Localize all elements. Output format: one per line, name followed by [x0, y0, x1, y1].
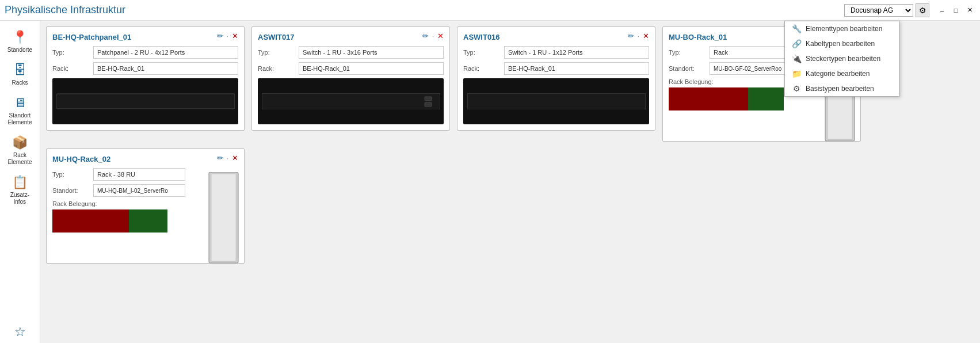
rack-elemente-icon: 📦 [12, 135, 28, 150]
card5-bar-free [129, 209, 167, 233]
dropdown-label-kabeltypen: Kabeltypen bearbeiten [806, 40, 875, 48]
card2-typ-label: Typ: [258, 49, 295, 56]
sidebar-item-zusatzinfos[interactable]: 📋 Zusatz- infos [0, 172, 40, 209]
sidebar-label-standorte: Standorte [7, 47, 32, 54]
card5-standort-label: Standort: [52, 187, 90, 194]
standort-elemente-icon: 🖥 [14, 96, 26, 110]
card5-typ-label: Typ: [52, 171, 90, 178]
sidebar-item-favorites[interactable]: ☆ [0, 321, 40, 343]
card1-close-button[interactable]: ✕ [231, 32, 239, 40]
card5-edit-button[interactable]: ✏ [216, 154, 224, 162]
card5-actions: ✏ · ✕ [216, 154, 239, 162]
card1-actions: ✏ · ✕ [216, 32, 239, 40]
sidebar-label-zusatzinfos: Zusatz- infos [10, 192, 29, 205]
card5-close-button[interactable]: ✕ [231, 154, 239, 162]
card2-device-image: const g = document.currentScript.parentE… [258, 78, 444, 124]
title-bar: Physikalische Infrastruktur Docusnap AG … [0, 0, 980, 21]
basistypen-icon: ⚙ [792, 84, 801, 93]
svg-rect-0 [56, 94, 235, 109]
svg-rect-9 [425, 102, 432, 106]
kategorie-icon: 📁 [792, 69, 801, 78]
card1-device-image: for(let i=0;i<24;i++){ document.currentS… [52, 78, 238, 124]
dropdown-label-basistypen: Basistypen bearbeiten [806, 85, 874, 93]
card3-edit-button[interactable]: ✏ [627, 32, 635, 40]
svg-rect-8 [425, 97, 432, 101]
card1-separator: · [227, 32, 228, 40]
card3-typ-label: Typ: [463, 49, 501, 56]
dropdown-item-kabeltypen[interactable]: 🔗 Kabeltypen bearbeiten [785, 36, 899, 51]
svg-rect-3 [262, 93, 440, 109]
sidebar-label-rack-elemente: Rack Elemente [7, 152, 32, 166]
maximize-button[interactable]: □ [950, 5, 962, 16]
dropdown-item-kategorie[interactable]: 📁 Kategorie bearbeiten [785, 66, 899, 81]
steckertypen-icon: 🔌 [792, 54, 801, 63]
sidebar-item-racks[interactable]: 🗄 Racks [0, 59, 40, 90]
favorites-icon: ☆ [14, 325, 26, 340]
card1-typ-value: Patchpanel - 2 RU - 4x12 Ports [93, 46, 238, 59]
card-patchpanel-01: BE-HQ-Patchpanel_01 ✏ · ✕ Typ: Patchpane… [46, 26, 245, 131]
card3-separator: · [638, 32, 639, 40]
card4-bar-used [669, 87, 748, 110]
card5-rack-visual: const sv5 = document.currentScript.paren… [208, 172, 239, 266]
standorte-icon: 📍 [12, 30, 28, 45]
card2-separator: · [432, 32, 434, 40]
title-bar-right: Docusnap AG ⚙ – □ ✕ [844, 3, 975, 17]
dropdown-item-steckertypen[interactable]: 🔌 Steckertypen bearbeiten [785, 51, 899, 66]
card4-bar-free [748, 87, 784, 110]
card1-rack-label: Rack: [52, 65, 90, 72]
sidebar: 📍 Standorte 🗄 Racks 🖥 Standort Elemente … [0, 21, 40, 343]
dropdown-item-elementtypen[interactable]: 🔧 Elementtypen bearbeiten [785, 21, 899, 36]
card3-device-image: const g2 = document.currentScript.parent… [463, 78, 649, 124]
card2-rack-label: Rack: [258, 65, 295, 72]
switch-aswit017-svg: const g = document.currentScript.parentE… [262, 93, 440, 109]
card5-standort-value: MU-HQ-BM_I-02_ServerRo [93, 184, 185, 197]
title-bar-left: Physikalische Infrastruktur [5, 4, 125, 16]
dropdown-label-steckertypen: Steckertypen bearbeiten [806, 55, 880, 63]
card5-title: MU-HQ-Rack_02 [52, 155, 238, 163]
card5-separator: · [227, 154, 228, 162]
card1-edit-button[interactable]: ✏ [216, 32, 224, 40]
patchpanel-svg: for(let i=0;i<24;i++){ document.currentS… [56, 93, 235, 110]
card-aswit016: ASWIT016 ✏ · ✕ Typ: Switch - 1 RU - 1x12… [457, 26, 655, 131]
card-mu-hq-rack: MU-HQ-Rack_02 ✏ · ✕ Typ: Rack - 38 RU St… [46, 148, 245, 264]
card3-actions: ✏ · ✕ [627, 32, 650, 40]
card3-title: ASWIT016 [463, 33, 649, 41]
gear-button[interactable]: ⚙ [916, 3, 929, 17]
card3-rack-label: Rack: [463, 65, 501, 72]
card2-actions: ✏ · ✕ [421, 32, 445, 40]
switch-aswit016-svg: const g2 = document.currentScript.parent… [467, 93, 646, 109]
card2-close-button[interactable]: ✕ [436, 32, 445, 40]
sidebar-item-rack-elemente[interactable]: 📦 Rack Elemente [0, 132, 40, 169]
card1-title: BE-HQ-Patchpanel_01 [52, 33, 238, 41]
card2-edit-button[interactable]: ✏ [421, 32, 430, 40]
svg-rect-20 [211, 174, 236, 261]
sidebar-label-standort-elemente: Standort Elemente [7, 112, 32, 126]
rack5-visual-svg: const sv5 = document.currentScript.paren… [208, 172, 239, 264]
card3-close-button[interactable]: ✕ [642, 32, 650, 40]
dropdown-item-basistypen[interactable]: ⚙ Basistypen bearbeiten [785, 81, 899, 96]
card-aswit017: ASWIT017 ✏ · ✕ Typ: Switch - 1 RU - 3x16… [251, 26, 450, 131]
card5-bar-used [52, 209, 129, 233]
card3-rack-value: BE-HQ-Rack_01 [504, 62, 649, 75]
minimize-button[interactable]: – [936, 5, 948, 16]
sidebar-item-standorte[interactable]: 📍 Standorte [0, 26, 40, 57]
dropdown-label-kategorie: Kategorie bearbeiten [806, 70, 870, 78]
close-window-button[interactable]: ✕ [964, 5, 975, 16]
dropdown-label-elementtypen: Elementtypen bearbeiten [806, 25, 882, 33]
sidebar-label-racks: Racks [12, 79, 28, 86]
card2-typ-row: Typ: Switch - 1 RU - 3x16 Ports [258, 46, 444, 59]
elementtypen-icon: 🔧 [792, 24, 801, 33]
zusatzinfos-icon: 📋 [12, 175, 28, 190]
company-select[interactable]: Docusnap AG [844, 4, 913, 17]
svg-rect-10 [467, 93, 646, 109]
card3-rack-row: Rack: BE-HQ-Rack_01 [463, 62, 649, 75]
kabeltypen-icon: 🔗 [792, 39, 801, 48]
card2-title: ASWIT017 [258, 33, 444, 41]
app-title: Physikalische Infrastruktur [5, 4, 125, 16]
sidebar-item-standort-elemente[interactable]: 🖥 Standort Elemente [0, 92, 40, 129]
card1-typ-row: Typ: Patchpanel - 2 RU - 4x12 Ports [52, 46, 238, 59]
card2-rack-row: Rack: BE-HQ-Rack_01 [258, 62, 444, 75]
card2-typ-value: Switch - 1 RU - 3x16 Ports [299, 46, 444, 59]
card3-typ-row: Typ: Switch - 1 RU - 1x12 Ports [463, 46, 649, 59]
card1-typ-label: Typ: [52, 49, 90, 56]
